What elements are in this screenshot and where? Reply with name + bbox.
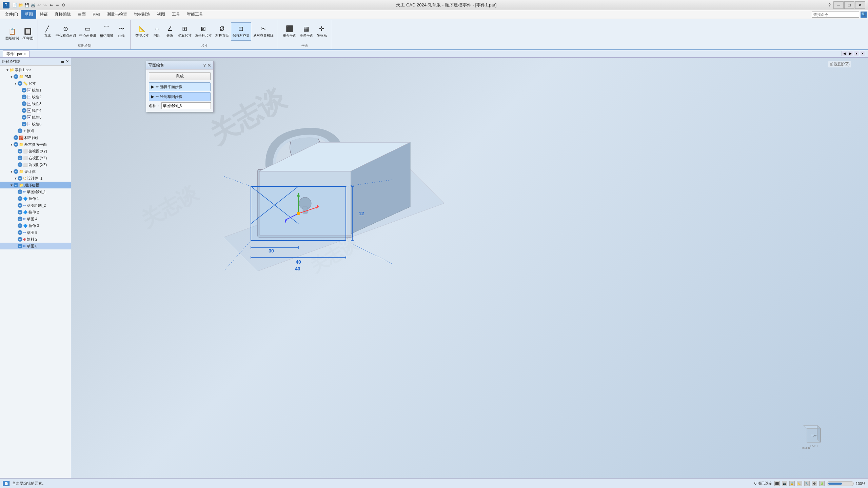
eye-pmi: ●	[14, 74, 18, 79]
panel-step2[interactable]: ▶ ✏ 绘制草图步骤	[149, 92, 211, 101]
viewport[interactable]: 关志谈 关志谈 关志谈 前视图(XZ)	[71, 58, 868, 478]
tree-item-ext3[interactable]: ● 🔷 拉伸 3	[0, 222, 71, 229]
tree-item-linear4[interactable]: ● ━ 线性4	[0, 107, 71, 114]
ribbon-btn-sym-dia[interactable]: Ø 对称直径	[214, 22, 230, 41]
quick-redo-btn[interactable]: ↪	[42, 2, 48, 8]
tab-nav-prev[interactable]: ◀	[842, 51, 847, 56]
panel-complete-btn[interactable]: 完成	[149, 72, 211, 80]
tree-item-linear2[interactable]: ● ━ 线性2	[0, 94, 71, 100]
menu-surface[interactable]: 曲面	[74, 10, 89, 19]
menu-smart-tools[interactable]: 智能工具	[183, 10, 206, 19]
minimize-btn[interactable]: ─	[833, 1, 844, 9]
svg-point-23	[297, 212, 300, 215]
menu-direct-edit[interactable]: 直接编辑	[51, 10, 74, 19]
tree-item-basic-planes[interactable]: ▼ ● 📁 基本参考平面	[0, 141, 71, 148]
panel-name-input[interactable]	[161, 102, 211, 109]
doc-tab-part1[interactable]: 零件1.par ×	[3, 50, 29, 57]
ribbon-btn-drawing[interactable]: 📋 图纸绘制	[4, 25, 20, 43]
status-icon1[interactable]: ⬛	[774, 481, 780, 486]
status-icon2[interactable]: 📷	[782, 481, 787, 486]
tree-item-sk6[interactable]: ● ✏ 草图 6	[0, 243, 71, 249]
ribbon-btn-rect[interactable]: ▭ 中心画矩形	[78, 22, 98, 41]
quick-new-btn[interactable]: 📄	[12, 2, 18, 8]
tree-item-dim[interactable]: ▼ ● 📏 尺寸	[0, 80, 71, 87]
ribbon-btn-angle[interactable]: ∠ 夹角	[164, 22, 176, 41]
tree-item-xy[interactable]: ● ⬜ 俯视图(XY)	[0, 148, 71, 155]
zoom-slider[interactable]	[827, 481, 854, 486]
panel-close-btn[interactable]: ✕	[207, 63, 211, 68]
ribbon-btn-keep-align[interactable]: ⊡ 保持对齐集	[231, 22, 251, 41]
menu-additive[interactable]: 增材制造	[131, 10, 154, 19]
menu-feature[interactable]: 特征	[36, 10, 51, 19]
tree-item-body1[interactable]: ▼ ● ⬡ 设计体_1	[0, 175, 71, 182]
tree-item-sk2[interactable]: ● ✏ 草图绘制_2	[0, 202, 71, 209]
ribbon-btn-ang-coord[interactable]: ⊠ 角坐标尺寸	[194, 22, 213, 41]
ribbon-btn-more-plane[interactable]: ▦ 更多平面	[298, 22, 315, 41]
quick-save-btn[interactable]: 💾	[24, 2, 30, 8]
panel-step1[interactable]: ▶ ✏ 选择平面步骤	[149, 82, 211, 91]
ribbon-btn-gap[interactable]: ↔ 间距	[151, 22, 163, 41]
menu-pmi[interactable]: PMI	[89, 10, 103, 19]
status-icon3[interactable]: 🔒	[789, 481, 795, 486]
close-btn[interactable]: ✕	[855, 1, 865, 9]
menu-tools[interactable]: 工具	[169, 10, 183, 19]
panel-help-btn[interactable]: ?	[203, 63, 206, 68]
ribbon-btn-coincident-plane[interactable]: ⬛ 重合平面	[281, 22, 298, 41]
tree-item-root[interactable]: ▼ 📁 零件1.par	[0, 66, 71, 73]
search-input[interactable]	[812, 12, 859, 18]
tree-item-sk1[interactable]: ● ✏ 草图绘制_1	[0, 188, 71, 195]
ribbon-btn-arc[interactable]: ⌒ 相切圆弧	[98, 22, 115, 41]
help-btn[interactable]: ?	[826, 2, 833, 7]
status-icon5[interactable]: 🔧	[804, 481, 810, 486]
menu-view[interactable]: 视图	[154, 10, 169, 19]
restore-btn[interactable]: □	[844, 1, 854, 9]
ribbon-btn-circle[interactable]: ⊙ 中心和点画圆	[54, 22, 77, 41]
seq-expand-icon[interactable]: ⋯	[67, 183, 71, 187]
sidebar-filter-btn[interactable]: ☰	[61, 59, 64, 64]
quick-undo-btn[interactable]: ↩	[36, 2, 42, 8]
tree-item-cut2[interactable]: ● ⊘ 除料 2	[0, 236, 71, 243]
sidebar-close-btn[interactable]: ✕	[66, 59, 69, 64]
arc-icon: ⌒	[103, 25, 110, 33]
quick-settings-btn[interactable]: ⚙	[60, 2, 66, 8]
tree-item-seq[interactable]: ▼ ● 📁 顺序建模 ⋯	[0, 182, 71, 188]
menu-sketch[interactable]: 草图	[21, 10, 36, 19]
tree-item-origin[interactable]: ● ✦ 原点	[0, 127, 71, 134]
tree-item-linear5[interactable]: ● ━ 线性5	[0, 114, 71, 121]
pmi-icon: 📁	[19, 75, 24, 79]
menu-measure[interactable]: 测量与检查	[103, 10, 131, 19]
tree-item-yz[interactable]: ● ⬜ 右视图(YZ)	[0, 155, 71, 161]
tree-item-sk5[interactable]: ● ✏ 草图 5	[0, 229, 71, 236]
search-btn[interactable]: 🔍	[861, 12, 867, 18]
quick-arrow-btn[interactable]: ➡	[54, 2, 60, 8]
doc-tab-close[interactable]: ×	[24, 52, 26, 56]
tree-item-design-body[interactable]: ▼ ● 📁 设计体	[0, 168, 71, 175]
ribbon-btn-3dsketch[interactable]: 🔲 3D草图	[21, 25, 35, 43]
tree-item-ext2[interactable]: ● 🔷 拉伸 2	[0, 209, 71, 216]
ribbon-btn-rm-align[interactable]: ✂ 从对齐集移除	[252, 22, 275, 41]
tree-item-xz[interactable]: ● ⬜ 前视图(XZ)	[0, 161, 71, 168]
ribbon-btn-coord-sys[interactable]: ✛ 坐标系	[315, 22, 328, 41]
status-icon7[interactable]: 🔋	[819, 481, 825, 486]
quick-print-btn[interactable]: 🖨️	[30, 2, 36, 8]
eye-sk4: ●	[18, 217, 22, 221]
tree-item-sk4[interactable]: ● ✏ 草图 4	[0, 216, 71, 222]
status-icon4[interactable]: 📐	[797, 481, 802, 486]
ribbon-btn-curve[interactable]: 〜 曲线	[115, 22, 127, 41]
tree-item-linear6[interactable]: ● ━ 线性6	[0, 121, 71, 127]
tree-item-ext1[interactable]: ● 🔷 拉伸 1	[0, 195, 71, 202]
tab-list-btn[interactable]: ▼	[854, 51, 859, 56]
tree-item-linear3[interactable]: ● ━ 线性3	[0, 100, 71, 107]
tab-nav-next[interactable]: ▶	[848, 51, 853, 56]
status-icon6[interactable]: ⚙	[812, 481, 817, 486]
menu-file[interactable]: 文件(F)	[1, 10, 21, 19]
quick-open-btn[interactable]: 📂	[18, 2, 24, 8]
tree-item-linear1[interactable]: ● ━ 线性1	[0, 87, 71, 94]
quick-home-btn[interactable]: ⬅	[48, 2, 54, 8]
ribbon-btn-smart-dim[interactable]: 📐 智能尺寸	[134, 22, 150, 41]
tab-close-all[interactable]: ✕	[860, 51, 865, 56]
tree-item-material[interactable]: ● 🧱 材料(无)	[0, 134, 71, 141]
tree-item-pmi[interactable]: ▼ ● 📁 PMI	[0, 73, 71, 80]
ribbon-btn-line[interactable]: ╱ 直线	[41, 22, 54, 41]
ribbon-btn-coord-dim[interactable]: ⊞ 坐标尺寸	[177, 22, 193, 41]
